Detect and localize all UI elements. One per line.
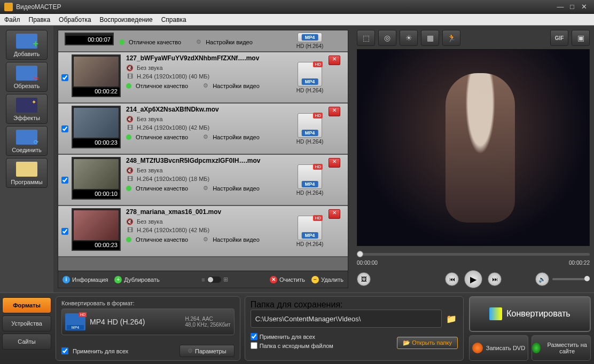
row-checkbox[interactable] <box>61 228 68 235</box>
fullscreen-button[interactable]: ▣ <box>572 30 590 46</box>
play-button[interactable]: ▶ <box>464 270 482 288</box>
menu-processing[interactable]: Обработка <box>59 16 91 23</box>
spec-label: H.264 (1920x1080) (42 МБ) <box>137 124 209 131</box>
crop-tool[interactable]: ⬚ <box>357 30 375 46</box>
publish-button[interactable]: Разместить на сайте <box>532 335 591 361</box>
menu-help[interactable]: Справка <box>161 16 186 23</box>
snapshot-button[interactable]: 🖼 <box>357 272 371 286</box>
view-toggle[interactable]: ≡⊞ <box>201 276 228 283</box>
prev-button[interactable]: ⏮ <box>445 272 459 286</box>
format-badge[interactable]: HDMP4 <box>298 62 322 86</box>
thumbnail[interactable]: 00:00:23 <box>72 208 121 251</box>
save-path-input[interactable]: C:\Users\ContentManager\Videos\ <box>251 310 442 328</box>
menu-edit[interactable]: Правка <box>29 16 51 23</box>
menu-file[interactable]: Файл <box>4 16 20 23</box>
remove-button[interactable]: ✕ <box>329 158 340 168</box>
video-settings-link[interactable]: Настройки видео <box>213 83 260 89</box>
next-button[interactable]: ⏭ <box>488 272 502 286</box>
params-button[interactable]: ⚙Параметры <box>179 345 235 357</box>
globe-icon <box>532 343 541 353</box>
list-item[interactable]: 00:00:23 278_mariana_xmas16_001.mov 🔇Без… <box>58 206 348 257</box>
apply-all-label: Применить для всех <box>73 348 128 354</box>
gear-icon: ⚙ <box>196 38 201 45</box>
menu-playback[interactable]: Воспроизведение <box>100 16 153 23</box>
thumbnail[interactable]: 00:00:23 <box>72 106 121 148</box>
video-settings-link[interactable]: Настройки видео <box>213 236 260 243</box>
programs-button[interactable]: Программы <box>6 158 48 188</box>
apply-all-checkbox[interactable] <box>61 347 68 354</box>
enhance-tool[interactable]: ◎ <box>378 30 396 46</box>
film-icon: 🎞 <box>126 226 134 234</box>
remove-button[interactable]: ✕ <box>329 56 340 65</box>
effects-button[interactable]: Эффекты <box>6 94 48 124</box>
volume-button[interactable]: 🔊 <box>535 272 549 286</box>
video-settings-link[interactable]: Настройки видео <box>213 134 260 140</box>
duration: 00:00:23 <box>73 241 120 250</box>
save-apply-all-checkbox[interactable] <box>251 333 257 340</box>
list-item[interactable]: 00:00:23 214_aXp6X2NsaXBfNDkw.mov 🔇Без з… <box>58 104 348 155</box>
file-name: 248_MTZfU3BvcnR5IGdpcmxzIGF0IH….mov <box>126 157 286 164</box>
row-checkbox[interactable] <box>61 177 68 184</box>
timeline-knob[interactable] <box>357 251 363 257</box>
codec-label: HD (H.264) <box>296 139 324 145</box>
remove-button[interactable]: ✕ <box>329 107 340 116</box>
file-list[interactable]: 00:00:07 Отличное качество ⚙ Настройки в… <box>58 30 348 271</box>
thumbnail[interactable]: 00:00:10 <box>72 157 121 200</box>
audio-label: Без звука <box>137 65 163 71</box>
add-button[interactable]: Добавить <box>6 30 48 60</box>
format-bitrate: 48,0 KHz, 256Кбит <box>185 322 231 328</box>
minimize-button[interactable]: — <box>554 3 566 11</box>
duration: 00:00:22 <box>73 88 120 96</box>
duplicate-button[interactable]: +Дублировать <box>114 276 159 283</box>
trim-button[interactable]: Обрезать <box>6 62 48 92</box>
sparkle-icon <box>16 98 37 113</box>
format-name: MP4 HD (H.264) <box>90 318 185 326</box>
timeline[interactable] <box>357 249 590 259</box>
tab-formats[interactable]: Форматы <box>2 297 51 313</box>
format-badge[interactable]: HDMP4 <box>298 164 322 189</box>
format-badge[interactable]: HDMP4 <box>298 216 322 240</box>
browse-button[interactable]: 📁 <box>445 314 458 324</box>
src-folder-checkbox[interactable] <box>251 342 257 349</box>
format-selector[interactable]: MP4 HD (H.264) H.264, AAC 48,0 KHz, 256К… <box>61 308 235 335</box>
speaker-icon: 🔇 <box>126 115 134 123</box>
burn-dvd-button[interactable]: Записать DVD <box>469 335 528 361</box>
speed-tool[interactable]: 🏃 <box>442 30 460 46</box>
text-tool[interactable]: ▦ <box>421 30 439 46</box>
format-badge[interactable]: MP4 <box>298 33 322 42</box>
thumbnail[interactable]: 00:00:22 <box>72 54 121 97</box>
gif-button[interactable]: GIF <box>550 30 568 46</box>
info-icon: i <box>62 276 70 283</box>
list-item[interactable]: 00:00:10 248_MTZfU3BvcnR5IGdpcmxzIGF0IH…… <box>58 155 348 206</box>
film-icon: 🎞 <box>126 175 134 183</box>
video-settings-link[interactable]: Настройки видео <box>206 39 253 45</box>
info-button[interactable]: iИнформация <box>62 276 108 283</box>
file-name: 127_bWFyaWFuYV9zdXNhbmFfZXNf….mov <box>126 54 286 62</box>
video-settings-link[interactable]: Настройки видео <box>213 185 260 192</box>
audio-label: Без звука <box>137 218 163 225</box>
volume-slider[interactable] <box>552 278 590 280</box>
brightness-tool[interactable]: ☀ <box>400 30 418 46</box>
speaker-icon: 🔇 <box>126 167 134 174</box>
tab-devices[interactable]: Устройства <box>2 315 51 331</box>
format-badge[interactable]: HDMP4 <box>298 113 322 138</box>
list-toolbar: iИнформация +Дублировать ≡⊞ ✕Очистить −У… <box>58 271 348 288</box>
list-item[interactable]: 00:00:07 Отличное качество ⚙ Настройки в… <box>58 30 348 52</box>
quality-dot-icon <box>126 134 131 140</box>
quality-dot-icon <box>126 186 131 191</box>
row-checkbox[interactable] <box>61 125 68 132</box>
clear-button[interactable]: ✕Очистить <box>270 276 305 283</box>
quality-dot-icon <box>119 39 124 45</box>
row-checkbox[interactable] <box>61 74 68 81</box>
close-window-button[interactable]: ✕ <box>578 3 590 11</box>
open-folder-button[interactable]: 📂 Открыть папку <box>397 337 458 349</box>
tab-sites[interactable]: Сайты <box>2 334 51 350</box>
list-item[interactable]: 00:00:22 127_bWFyaWFuYV9zdXNhbmFfZXNf….m… <box>58 52 348 104</box>
delete-button[interactable]: −Удалить <box>311 276 343 283</box>
preview-screen[interactable] <box>357 49 590 246</box>
remove-button[interactable]: ✕ <box>329 209 340 219</box>
join-button[interactable]: Соединить <box>6 126 48 156</box>
convert-button[interactable]: Конвертировать <box>469 296 591 332</box>
maximize-button[interactable]: □ <box>566 3 578 11</box>
join-icon <box>16 130 37 145</box>
